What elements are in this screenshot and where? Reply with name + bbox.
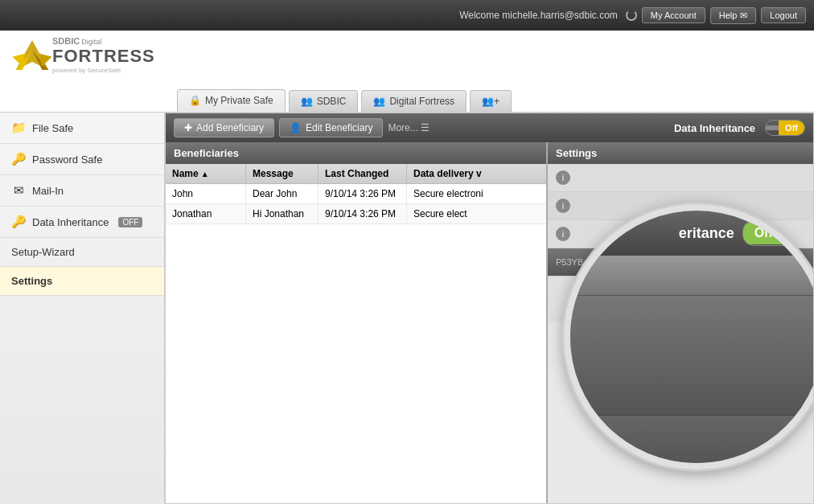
sidebar-item-data-inheritance[interactable]: 🔑 Data Inheritance OFF: [0, 207, 164, 238]
sidebar-item-setup-wizard[interactable]: Setup-Wizard: [0, 238, 164, 267]
td-name-1: John: [166, 184, 246, 203]
tab-my-private-safe[interactable]: 🔒 My Private Safe: [177, 89, 286, 112]
sort-icon[interactable]: ▲: [201, 170, 209, 178]
settings-code: P53YB: [556, 257, 791, 267]
sidebar-item-file-safe[interactable]: 📁 File Safe: [0, 113, 164, 144]
edit-beneficiary-button[interactable]: 👤 Edit Beneficiary: [279, 118, 383, 137]
tab-digital-fortress[interactable]: 👥 Digital Fortress: [361, 90, 467, 112]
tab-add[interactable]: 👥+: [470, 90, 512, 112]
top-bar: Welcome michelle.harris@sdbic.com My Acc…: [0, 0, 814, 31]
settings-row-2: i: [548, 192, 813, 220]
logo-fortress: FORTRESS: [52, 46, 155, 67]
my-account-button[interactable]: My Account: [642, 7, 705, 23]
logo-bird-icon: [12, 37, 52, 73]
info-icon-2[interactable]: i: [556, 199, 570, 213]
data-inheritance-toggle[interactable]: Off: [765, 120, 805, 136]
add-icon: ✚: [184, 122, 192, 133]
sidebar: 📁 File Safe 🔑 Password Safe ✉ Mail-In 🔑 …: [0, 113, 165, 504]
data-inheritance-label: Data Inheritance: [674, 122, 755, 134]
file-safe-icon: 📁: [11, 121, 26, 135]
settings-footer: Create New: [548, 276, 813, 322]
key-icon: 🔑: [11, 152, 26, 166]
inheritance-icon: 🔑: [11, 215, 26, 229]
settings-body: i i i P53YB i Create New: [548, 164, 813, 503]
td-message-1: Dear John: [246, 184, 319, 203]
users2-icon: 👥: [373, 96, 385, 107]
table-row[interactable]: Jonathan Hi Jonathan 9/10/14 3:26 PM Sec…: [166, 204, 546, 224]
settings-row-dark: P53YB i: [548, 248, 813, 276]
td-changed-1: 9/10/14 3:26 PM: [319, 184, 407, 203]
logo-bar: SDBIC Digital FORTRESS powered by Secure…: [0, 31, 814, 79]
refresh-icon[interactable]: [626, 10, 637, 21]
logo-powered: powered by SecureSafe: [52, 67, 155, 74]
content-toolbar: ✚ Add Beneficiary 👤 Edit Beneficiary Mor…: [166, 113, 813, 142]
more-button[interactable]: More... ☰: [388, 122, 429, 133]
add-beneficiary-button[interactable]: ✚ Add Beneficiary: [174, 118, 274, 137]
beneficiaries-header: Beneficiaries: [166, 142, 546, 164]
lock-icon: 🔒: [189, 95, 201, 106]
logo-text: SDBIC Digital FORTRESS powered by Secure…: [52, 36, 155, 74]
add-users-icon: 👥+: [482, 96, 500, 107]
td-name-2: Jonathan: [166, 204, 246, 223]
sidebar-item-password-safe[interactable]: 🔑 Password Safe: [0, 144, 164, 175]
th-delivery: Data delivery v: [407, 164, 546, 183]
settings-row-3: i: [548, 220, 813, 248]
help-icon: ✉: [740, 10, 747, 21]
info-icon-1[interactable]: i: [556, 170, 570, 185]
welcome-text: Welcome michelle.harris@sdbic.com: [459, 10, 618, 21]
logo-sdbic: SDBIC: [52, 36, 80, 46]
settings-header: Settings: [548, 142, 813, 164]
table-area: Beneficiaries Name ▲ Message Last Change…: [166, 142, 813, 503]
mail-icon: ✉: [11, 183, 26, 198]
settings-panel: Settings i i i P53YB i: [548, 142, 813, 503]
content-area: ✚ Add Beneficiary 👤 Edit Beneficiary Mor…: [165, 113, 814, 504]
create-new-button[interactable]: Create New: [713, 288, 797, 311]
th-last-changed: Last Changed: [319, 164, 407, 183]
toggle-off-label: Off: [779, 121, 804, 135]
mag-row3: i: [570, 415, 813, 463]
beneficiaries-panel: Beneficiaries Name ▲ Message Last Change…: [166, 142, 548, 503]
help-button[interactable]: Help ✉: [710, 7, 757, 24]
td-changed-2: 9/10/14 3:26 PM: [319, 204, 407, 223]
table-row[interactable]: John Dear John 9/10/14 3:26 PM Secure el…: [166, 184, 546, 204]
main-layout: 📁 File Safe 🔑 Password Safe ✉ Mail-In 🔑 …: [0, 113, 814, 504]
logo-digital: Digital: [81, 38, 101, 46]
sidebar-item-settings[interactable]: Settings: [0, 267, 164, 296]
th-message: Message: [246, 164, 319, 183]
users-icon: 👥: [301, 96, 313, 107]
settings-row-1: i: [548, 164, 813, 192]
help-label: Help: [719, 10, 738, 20]
edit-icon: 👤: [290, 122, 302, 133]
info-icon-4[interactable]: i: [791, 255, 805, 269]
inheritance-badge: OFF: [118, 217, 142, 227]
menu-icon: ☰: [421, 122, 430, 133]
table-header: Name ▲ Message Last Changed Data deliver…: [166, 164, 546, 184]
sidebar-item-mail-in[interactable]: ✉ Mail-In: [0, 175, 164, 207]
logout-button[interactable]: Logout: [761, 7, 806, 23]
th-name: Name ▲: [166, 164, 246, 183]
td-delivery-1: Secure electroni: [407, 184, 546, 203]
beneficiaries-table-body: John Dear John 9/10/14 3:26 PM Secure el…: [166, 184, 546, 503]
td-message-2: Hi Jonathan: [246, 204, 319, 223]
tab-sdbic[interactable]: 👥 SDBIC: [289, 90, 359, 112]
info-icon-3[interactable]: i: [556, 227, 570, 241]
mag-info-icon: i: [794, 431, 812, 449]
nav-tabs: 🔒 My Private Safe 👥 SDBIC 👥 Digital Fort…: [0, 79, 814, 113]
td-delivery-2: Secure elect: [407, 204, 546, 223]
